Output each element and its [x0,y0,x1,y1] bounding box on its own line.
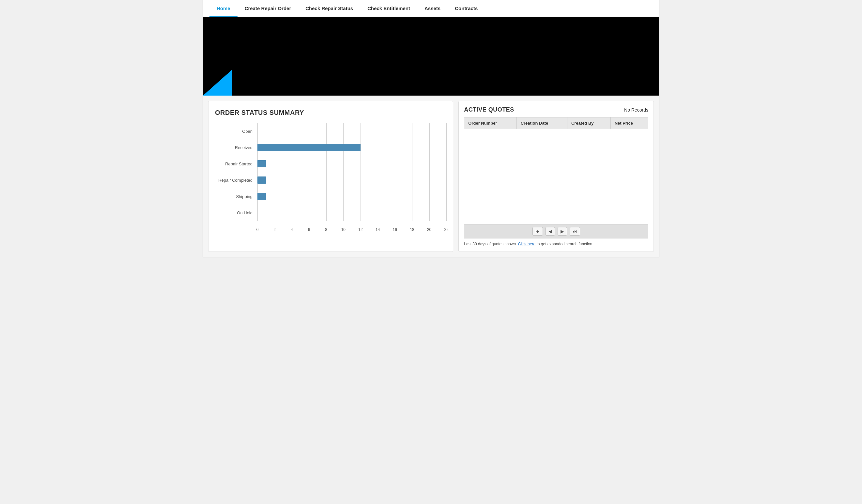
gridline [343,123,343,221]
x-axis-label: 20 [427,227,431,232]
gridline [275,123,275,221]
x-axis-label: 4 [291,227,293,232]
x-axis-label: 0 [257,227,259,232]
col-net-price: Net Price [611,117,648,129]
gridline [309,123,309,221]
gridline [326,123,327,221]
chart-row: Open [258,123,446,139]
chart-row: Shipping [258,188,446,204]
no-records-label: No Records [624,107,648,112]
chart-row: Repair Started [258,156,446,172]
nav-item-contracts[interactable]: Contracts [448,0,485,17]
x-axis-label: 22 [444,227,449,232]
footer-link[interactable]: Click here [518,242,535,246]
next-page-button[interactable]: ▶ [558,227,567,236]
chart-row: On Hold [258,204,446,221]
col-order-number: Order Number [464,117,517,129]
chart-bar [258,160,266,167]
x-axis-label: 8 [325,227,327,232]
nav-bar: Home Create Repair Order Check Repair St… [203,0,659,17]
gridline [292,123,292,221]
chart-area: OpenReceivedRepair StartedRepair Complet… [258,123,446,221]
chart-row-label: Open [215,129,256,134]
chart-row-label: Repair Completed [215,178,256,183]
pagination-bar: ⏮ ◀ ▶ ⏭ [464,224,648,238]
nav-item-assets[interactable]: Assets [417,0,448,17]
chart-row-label: Received [215,145,256,150]
x-axis-label: 10 [341,227,345,232]
col-creation-date: Creation Date [517,117,567,129]
col-created-by: Created By [567,117,611,129]
x-axis-label: 16 [393,227,397,232]
nav-item-check-entitlement[interactable]: Check Entitlement [360,0,417,17]
nav-item-home[interactable]: Home [209,0,237,17]
chart-row: Received [258,139,446,156]
x-axis-label: 14 [376,227,380,232]
gridline [258,123,258,221]
chart-container: OpenReceivedRepair StartedRepair Complet… [215,123,446,245]
banner-triangle [203,69,232,96]
chart-row-label: On Hold [215,210,256,215]
chart-bar [258,193,266,200]
table-empty-row [464,129,648,223]
gridline [429,123,430,221]
x-axis: 0246810121416182022 [258,222,446,232]
nav-item-check-repair-status[interactable]: Check Repair Status [298,0,360,17]
chart-bar [258,144,361,151]
prev-page-button[interactable]: ◀ [546,227,555,236]
footer-note: Last 30 days of quotes shown. Click here… [464,242,648,246]
nav-item-create-repair-order[interactable]: Create Repair Order [237,0,299,17]
x-axis-label: 6 [308,227,310,232]
chart-row-label: Shipping [215,194,256,199]
x-axis-label: 2 [273,227,276,232]
order-status-panel: ORDER STATUS SUMMARY OpenReceivedRepair … [208,101,453,252]
active-quotes-panel: ACTIVE QUOTES No Records Order Number Cr… [458,101,654,252]
active-quotes-title: ACTIVE QUOTES [464,106,514,113]
banner-image [203,17,659,96]
order-status-title: ORDER STATUS SUMMARY [215,109,446,117]
chart-bar [258,176,266,184]
quotes-table: Order Number Creation Date Created By Ne… [464,117,648,223]
first-page-button[interactable]: ⏮ [533,227,543,236]
chart-row: Repair Completed [258,172,446,188]
main-content: ORDER STATUS SUMMARY OpenReceivedRepair … [203,96,659,257]
table-body [464,129,648,223]
gridline [395,123,395,221]
x-axis-label: 12 [358,227,363,232]
gridline [361,123,361,221]
gridline [446,123,447,221]
chart-row-label: Repair Started [215,161,256,167]
x-axis-label: 18 [410,227,414,232]
quotes-header: ACTIVE QUOTES No Records [464,106,648,113]
gridline [412,123,413,221]
last-page-button[interactable]: ⏭ [570,227,580,236]
